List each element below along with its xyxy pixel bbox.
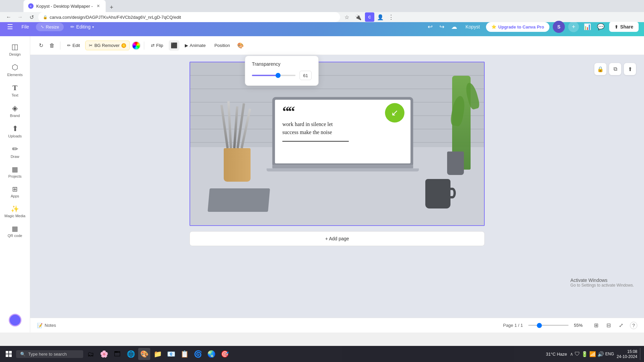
sidebar-item-draw[interactable]: ✏ Draw (2, 142, 29, 162)
export-button[interactable]: ⬆ (624, 63, 636, 75)
browser-extensions-button[interactable]: 🔌 (354, 12, 363, 22)
analytics-button[interactable]: 📊 (582, 22, 592, 32)
search-bar[interactable]: 🔍 Type here to search (16, 350, 83, 358)
taskbar-icon-flower[interactable]: 🌸 (98, 348, 110, 360)
color-circle-button[interactable] (132, 41, 141, 50)
app-body: ◫ Design ⬡ Elements T Text ◈ Brand ⬆ Upl… (0, 36, 644, 333)
laptop-display: ““ work hard in silence let success make… (275, 100, 411, 163)
chat-button[interactable]: 💬 (596, 22, 606, 32)
upgrade-button[interactable]: ⭐ Upgrade to Canva Pro (486, 22, 550, 32)
laptop-keyboard (267, 168, 419, 171)
text-icon: T (12, 83, 17, 92)
browser-star-button[interactable]: ☆ (342, 12, 352, 22)
position-button[interactable]: Position (211, 41, 233, 50)
resize-button[interactable]: ⤡ Resize (36, 23, 64, 31)
grid-view-button[interactable]: ⊞ (593, 321, 600, 330)
show-desktop-button[interactable] (640, 348, 641, 360)
tray-network-icon[interactable]: 📶 (589, 351, 596, 357)
user-avatar-sidebar[interactable] (6, 311, 24, 329)
plus-button[interactable]: + (568, 21, 579, 32)
sidebar-label-projects: Projects (8, 174, 22, 178)
transparency-slider[interactable] (252, 75, 296, 76)
edit-button[interactable]: ✏ Edit (64, 41, 83, 50)
projects-icon: ▦ (12, 165, 18, 173)
lock-button[interactable]: 🔒 (594, 63, 606, 75)
temperature-text: 31°C Haze (546, 352, 567, 357)
taskbar-icon-app7[interactable]: 📋 (178, 348, 191, 360)
transparency-value[interactable]: 61 (300, 71, 312, 80)
taskbar-icon-canva[interactable]: 🎨 (138, 348, 150, 360)
new-tab-button[interactable]: + (107, 3, 116, 12)
close-tab-icon[interactable]: ✕ (96, 3, 101, 9)
qrcode-icon: ▦ (12, 225, 18, 233)
taskbar-icon-app9[interactable]: 🎯 (219, 348, 231, 360)
sidebar-item-brand[interactable]: ◈ Brand (2, 101, 29, 121)
tray-lang[interactable]: ENG (605, 352, 614, 356)
taskbar-date: 24-10-2024 (617, 354, 637, 359)
sidebar-item-elements[interactable]: ⬡ Elements (2, 60, 29, 80)
zoom-slider[interactable] (528, 325, 569, 326)
toolbar-separator-1 (60, 42, 60, 50)
sidebar-item-uploads[interactable]: ⬆ Uploads (2, 121, 29, 141)
sidebar-item-projects[interactable]: ▦ Projects (2, 162, 29, 181)
duplicate-button[interactable]: ⧉ (609, 63, 621, 75)
layout-view-button[interactable]: ⊟ (605, 321, 612, 330)
svg-rect-1 (9, 351, 12, 354)
taskbar-icon-mail[interactable]: 📧 (165, 348, 177, 360)
taskbar-icon-explorer[interactable]: 🗂 (85, 348, 97, 360)
share-button[interactable]: ⬆ Share (609, 22, 639, 32)
tray-antivirus-icon[interactable]: 🛡 (575, 351, 580, 357)
undo-button[interactable]: ↩ (426, 21, 434, 32)
sidebar-item-design[interactable]: ◫ Design (2, 40, 29, 59)
flip-button[interactable]: ⇄ Flip (148, 41, 167, 50)
taskbar-icon-folder[interactable]: 📁 (152, 348, 164, 360)
main-content: ↻ 🗑 ✏ Edit ✂ BG Remover ⭐ ⇄ Flip ⬛ ▶ Ani… (30, 36, 644, 333)
canva-ext-icon[interactable]: C (365, 12, 374, 22)
laptop-hinge (272, 165, 413, 168)
sidebar-item-apps[interactable]: ⊞ Apps (2, 182, 29, 201)
settings-button[interactable]: 🎨 (235, 40, 246, 51)
tray-icons: ∧ 🛡 🔋 📶 🔊 ENG (570, 351, 614, 357)
bg-remover-button[interactable]: ✂ BG Remover ⭐ (85, 41, 129, 50)
taskbar-clock[interactable]: 15:08 24-10-2024 (617, 349, 637, 359)
sidebar-item-qrcode[interactable]: ▦ QR code (2, 222, 29, 241)
uploads-icon: ⬆ (12, 124, 18, 133)
notes-button[interactable]: 📝 Notes (37, 323, 56, 328)
editing-button[interactable]: ✏ Editing ▾ (67, 22, 97, 31)
delete-button[interactable]: 🗑 (47, 41, 57, 51)
cloud-save-button[interactable]: ☁ (449, 21, 459, 32)
bamboo-vase (447, 152, 464, 175)
refresh-element-button[interactable]: ↻ (37, 40, 45, 51)
redo-button[interactable]: ↪ (438, 21, 446, 32)
sidebar-item-magic-media[interactable]: ✨ Magic Media (2, 202, 29, 221)
svg-rect-0 (6, 351, 8, 354)
sidebar-item-text[interactable]: T Text (2, 80, 29, 100)
expand-button[interactable]: ⤢ (618, 321, 625, 330)
tray-volume-icon[interactable]: 🔊 (597, 351, 604, 357)
file-button[interactable]: File (18, 22, 33, 32)
add-page-button[interactable]: + Add page (190, 231, 485, 246)
taskbar-icon-chrome[interactable]: 🌏 (205, 348, 217, 360)
coffee-mug (425, 179, 450, 208)
help-button[interactable]: ? (630, 322, 637, 329)
user-avatar[interactable]: S (553, 21, 565, 33)
taskbar-icon-app8[interactable]: 🌀 (192, 348, 204, 360)
browser-action-buttons: C 👤 ⋮ (365, 12, 396, 22)
back-button[interactable]: ← (4, 12, 13, 22)
browser-tab[interactable]: K Kopyst - Desktop Wallpaper - ✕ (23, 0, 106, 12)
transparency-button[interactable]: ⬛ (169, 40, 179, 51)
address-bar[interactable]: 🔒 canva.com/design/DAGPJTKvAhs/F4VCb2dag… (38, 12, 340, 22)
forward-button[interactable]: → (15, 12, 25, 22)
tray-battery-icon[interactable]: 🔋 (581, 351, 588, 357)
start-button[interactable] (3, 348, 15, 360)
menu-button[interactable]: ☰ (5, 22, 15, 32)
taskbar-icon-task-view[interactable]: 🗔 (111, 348, 123, 360)
animate-button[interactable]: ▶ Animate (181, 41, 209, 50)
tray-up-icon[interactable]: ∧ (570, 351, 573, 357)
taskbar-icon-edge[interactable]: 🌐 (125, 348, 137, 360)
profile-button[interactable]: 👤 (376, 12, 385, 22)
refresh-button[interactable]: ↺ (27, 12, 36, 22)
tab-title: Kopyst - Desktop Wallpaper - (36, 4, 93, 9)
browser-menu-button[interactable]: ⋮ (386, 12, 396, 22)
canvas-frame[interactable]: ““ work hard in silence let success make… (190, 62, 485, 226)
